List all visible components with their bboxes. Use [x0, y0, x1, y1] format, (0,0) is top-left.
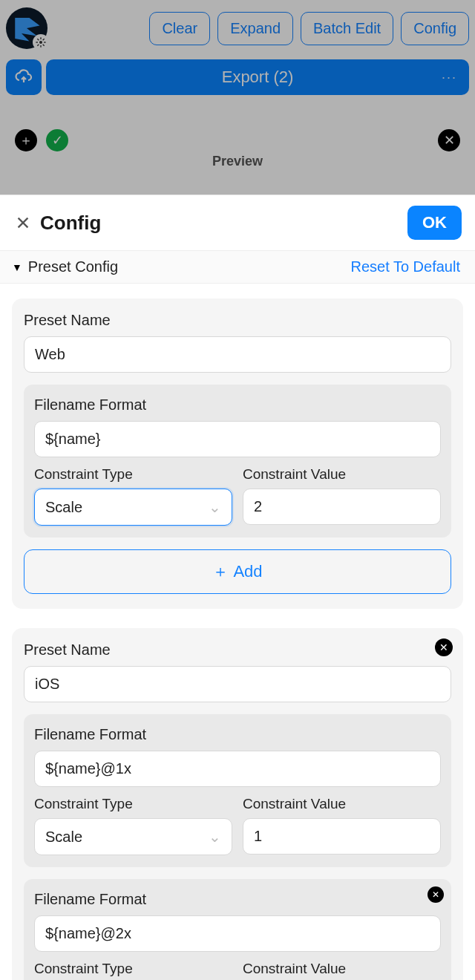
constraint-type-select[interactable]: Scale⌄	[34, 818, 232, 855]
filename-format-label: Filename Format	[34, 726, 441, 743]
upload-button[interactable]	[6, 59, 42, 95]
chevron-down-icon: ⌄	[209, 828, 221, 846]
format-card: Filename FormatConstraint TypeScale⌄Cons…	[24, 385, 451, 538]
constraint-type-select[interactable]: Scale⌄	[34, 489, 232, 526]
add-label: Add	[233, 562, 262, 581]
export-label: Export (2)	[222, 68, 294, 87]
caret-down-icon: ▼	[12, 261, 22, 273]
constraint-type-value: Scale	[45, 829, 82, 846]
svg-line-7	[37, 45, 39, 46]
close-icon[interactable]: ✕	[438, 129, 460, 151]
constraint-type-value: Scale	[45, 499, 82, 516]
format-card: ✕Filename FormatConstraint TypeScale⌄Con…	[24, 879, 451, 980]
svg-point-0	[39, 41, 42, 44]
filename-format-input[interactable]	[34, 915, 441, 952]
filename-format-label: Filename Format	[34, 396, 441, 414]
add-icon[interactable]: ＋	[15, 129, 37, 151]
filename-format-input[interactable]	[34, 421, 441, 457]
preset-name-input[interactable]	[24, 336, 451, 373]
export-button[interactable]: Export (2) ···	[46, 59, 469, 95]
preset-name-input[interactable]	[24, 666, 451, 702]
clear-button[interactable]: Clear	[149, 12, 210, 45]
preset-name-label: Preset Name	[24, 312, 451, 329]
remove-preset-button[interactable]: ✕	[435, 638, 453, 656]
svg-line-5	[37, 39, 39, 40]
config-button[interactable]: Config	[401, 12, 469, 45]
preset-name-label: Preset Name	[24, 641, 451, 659]
preview-label: Preview	[212, 154, 263, 169]
config-modal: Config OK ▼ Preset Config Reset To Defau…	[0, 195, 475, 980]
preset-card: Preset NameFilename FormatConstraint Typ…	[12, 298, 463, 609]
preset-config-section-header[interactable]: ▼ Preset Config Reset To Default	[0, 250, 475, 284]
constraint-type-label: Constraint Type	[34, 961, 232, 977]
section-title: Preset Config	[28, 258, 118, 275]
constraint-type-label: Constraint Type	[34, 796, 232, 812]
constraint-value-input[interactable]	[243, 818, 441, 855]
app-logo[interactable]	[6, 7, 48, 49]
reset-to-default-link[interactable]: Reset To Default	[351, 258, 461, 275]
svg-line-8	[43, 39, 45, 40]
filename-format-input[interactable]	[34, 751, 441, 787]
preset-card: ✕Preset NameFilename FormatConstraint Ty…	[12, 628, 463, 980]
gear-icon	[33, 34, 49, 50]
batch-edit-button[interactable]: Batch Edit	[301, 12, 393, 45]
add-format-button[interactable]: ＋Add	[24, 549, 451, 594]
close-modal-button[interactable]	[13, 213, 33, 232]
constraint-type-label: Constraint Type	[34, 466, 232, 483]
check-icon[interactable]: ✓	[46, 129, 68, 151]
constraint-value-label: Constraint Value	[243, 961, 441, 977]
constraint-value-input[interactable]	[243, 489, 441, 525]
preview-card: ＋ ✓ ✕ Preview	[4, 119, 471, 168]
modal-title: Config	[40, 212, 101, 235]
chevron-down-icon: ⌄	[209, 498, 221, 516]
export-more-icon[interactable]: ···	[442, 70, 457, 85]
remove-format-button[interactable]: ✕	[428, 886, 444, 903]
plus-icon: ＋	[212, 561, 229, 583]
ok-button[interactable]: OK	[407, 206, 462, 240]
svg-line-6	[43, 45, 45, 46]
constraint-value-label: Constraint Value	[243, 466, 441, 483]
filename-format-label: Filename Format	[34, 891, 441, 908]
constraint-value-label: Constraint Value	[243, 796, 441, 812]
format-card: Filename FormatConstraint TypeScale⌄Cons…	[24, 714, 451, 867]
expand-button[interactable]: Expand	[217, 12, 293, 45]
